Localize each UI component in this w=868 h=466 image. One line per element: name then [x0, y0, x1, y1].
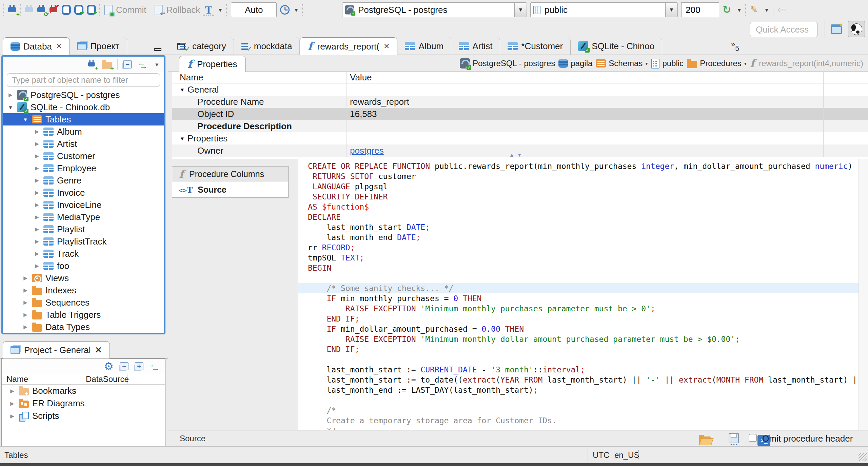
breadcrumb-item-rewards-report-int4-numeric-[interactable]: rewards_report(int4,numeric) — [750, 58, 863, 69]
editor-tab--customer[interactable]: *Customer — [500, 37, 571, 55]
chevron-right-icon[interactable]: ▶ — [34, 129, 40, 135]
close-icon[interactable]: ✕ — [95, 345, 102, 355]
transaction-log-icon[interactable]: T — [203, 4, 214, 16]
close-icon[interactable]: ✕ — [383, 42, 390, 51]
editor-tab-album[interactable]: Album — [397, 37, 451, 55]
chevron-right-icon[interactable]: ▶ — [34, 226, 40, 232]
tab-project-general[interactable]: Project - General ✕ — [3, 341, 110, 358]
chevron-down-icon[interactable]: ▾ — [645, 61, 648, 66]
status-locale[interactable]: en_US — [614, 450, 639, 460]
chevron-down-icon[interactable]: ▼ — [7, 104, 14, 110]
status-drag-handle[interactable] — [638, 450, 639, 460]
column-header-value[interactable]: Value — [347, 72, 372, 83]
chevron-down-icon[interactable]: ▼ — [180, 87, 185, 93]
subtab-procedure-columns[interactable]: Procedure Columns — [172, 166, 289, 182]
property-row-general[interactable]: ▼General — [172, 83, 868, 96]
tree-item-postgresql-postgres[interactable]: ▶PostgreSQL - postgres — [3, 89, 164, 101]
subtab-source[interactable]: <>T Source — [172, 182, 289, 198]
new-connection-icon[interactable]: + — [88, 60, 96, 69]
refresh-icon[interactable]: ↻ — [723, 5, 733, 15]
tree-item-customer[interactable]: ▶Customer — [3, 150, 164, 162]
connect-icon[interactable] — [25, 4, 34, 15]
chevron-right-icon[interactable]: ▶ — [34, 214, 40, 220]
tree-item-tables[interactable]: ▼Tables — [3, 113, 164, 125]
breadcrumb-item-procedures[interactable]: Procedures▾ — [687, 59, 747, 68]
tree-item-invoiceline[interactable]: ▶InvoiceLine — [3, 199, 164, 211]
editor-tab-category[interactable]: category — [172, 37, 234, 55]
schema-combo[interactable]: public ▼ — [530, 2, 678, 17]
history-dropdown-icon[interactable]: ▼ — [294, 7, 299, 13]
rollback-button[interactable]: Rollback — [166, 5, 200, 15]
sash-collapse-icons[interactable]: ▲▼ — [509, 152, 525, 158]
tree-item-mediatype[interactable]: ▶MediaType — [3, 211, 164, 223]
column-header-datasource[interactable]: DataSource — [83, 374, 128, 384]
expand-all-icon[interactable]: + — [135, 362, 143, 370]
chevron-right-icon[interactable]: ▶ — [22, 287, 28, 293]
chevron-right-icon[interactable]: ▶ — [34, 202, 40, 208]
resize-grip[interactable] — [859, 453, 867, 461]
chevron-right-icon[interactable]: ▶ — [22, 324, 28, 330]
chevron-down-icon[interactable]: ▾ — [744, 61, 747, 66]
commit-button[interactable]: Commit — [116, 5, 146, 15]
tree-item-foo[interactable]: ▶foo — [3, 260, 164, 272]
open-perspective-icon[interactable] — [831, 24, 842, 34]
editor-tab-sqlite-chinoo[interactable]: SQLite - Chinoo — [571, 37, 662, 55]
breadcrumb-item-postgresql-postgres[interactable]: PostgreSQL - postgres — [460, 58, 555, 69]
tree-item-views[interactable]: ▶Views — [3, 272, 164, 284]
fetch-size-input[interactable] — [681, 2, 719, 17]
project-item-bookmarks[interactable]: ▶Bookmarks — [2, 385, 165, 397]
chevron-right-icon[interactable]: ▶ — [34, 165, 40, 171]
chevron-right-icon[interactable]: ▶ — [34, 141, 40, 147]
chevron-right-icon[interactable]: ▶ — [22, 275, 28, 281]
tree-item-indexes[interactable]: ▶Indexes — [3, 284, 164, 296]
chevron-right-icon[interactable]: ▶ — [34, 263, 40, 269]
editor-tab-artist[interactable]: Artist — [451, 37, 500, 55]
edit-pencil-icon[interactable]: ✎ — [750, 5, 760, 15]
load-from-file-icon[interactable] — [699, 436, 711, 445]
chevron-right-icon[interactable]: ▶ — [22, 312, 28, 318]
pencil-dropdown-icon[interactable]: ▼ — [764, 7, 769, 13]
transaction-history-icon[interactable] — [280, 5, 290, 15]
link-with-editor-icon[interactable] — [137, 60, 149, 69]
property-row-procedure-name[interactable]: Procedure Namerewards_report — [172, 96, 868, 108]
tab-properties[interactable]: Properties — [179, 56, 246, 72]
tree-item-album[interactable]: ▶Album — [3, 125, 164, 138]
commit-mode-combo[interactable]: Auto — [231, 2, 277, 17]
save-to-file-icon[interactable] — [729, 433, 739, 443]
editor-tab-mockdata[interactable]: mockdata — [234, 37, 300, 55]
breadcrumb-item-pagila[interactable]: pagila — [558, 59, 592, 68]
tree-item-genre[interactable]: ▶Genre — [3, 174, 164, 187]
tree-item-artist[interactable]: ▶Artist — [3, 138, 164, 150]
commit-icon[interactable]: ▣ — [104, 5, 113, 15]
refresh-dropdown-icon[interactable]: ▼ — [737, 7, 742, 13]
chevron-down-icon[interactable]: ▼ — [180, 136, 185, 141]
gear-icon[interactable]: ⚙ — [104, 361, 114, 371]
column-header-name[interactable]: Name — [172, 72, 347, 83]
chevron-right-icon[interactable]: ▶ — [9, 401, 15, 407]
rollback-icon[interactable]: ↩ — [155, 5, 163, 15]
tab-projects[interactable]: Проект — [70, 37, 127, 55]
chevron-right-icon[interactable]: ▶ — [34, 251, 40, 257]
chevron-right-icon[interactable]: ▶ — [7, 92, 14, 98]
tab-database-navigator[interactable]: Databa ✕ — [3, 37, 70, 55]
collapse-all-icon[interactable]: − — [120, 362, 129, 370]
project-item-er-diagrams[interactable]: ▶ER Diagrams — [2, 397, 165, 410]
transaction-dropdown-icon[interactable]: ▼ — [218, 7, 223, 13]
editor-tab-rewards-report-[interactable]: rewards_report(✕ — [300, 37, 397, 55]
link-with-editor-icon[interactable] — [150, 362, 161, 371]
chevron-right-icon[interactable]: ▶ — [9, 413, 15, 419]
sql-editor-icon[interactable] — [62, 5, 71, 15]
tree-item-employee[interactable]: ▶Employee — [3, 162, 164, 174]
property-row-procedure-description[interactable]: Procedure Description — [172, 120, 868, 132]
grid-column-divider[interactable] — [347, 72, 347, 157]
dbeaver-perspective-button[interactable] — [848, 21, 865, 37]
breadcrumb-item-schemas[interactable]: Schemas▾ — [596, 59, 648, 68]
chevron-right-icon[interactable]: ▶ — [34, 153, 40, 159]
project-item-scripts[interactable]: ▶Scripts — [2, 410, 165, 422]
new-folder-icon[interactable] — [102, 62, 112, 69]
column-header-name[interactable]: Name — [2, 374, 83, 384]
breadcrumb-item-public[interactable]: public — [651, 59, 684, 69]
status-timezone[interactable]: UTC — [593, 450, 609, 460]
code-scrollbar[interactable] — [859, 159, 868, 430]
sql-editor-open-icon[interactable]: ➜ — [74, 5, 83, 15]
